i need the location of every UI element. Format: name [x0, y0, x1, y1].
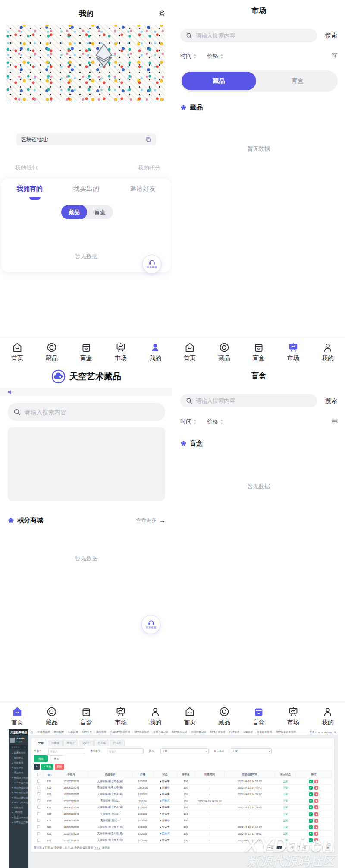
home-tab-icon[interactable]	[30, 731, 33, 734]
delete-button[interactable]	[314, 819, 318, 823]
admin-sidebar-item[interactable]: NFT盲盒订单管理	[9, 820, 28, 825]
row-checkbox[interactable]	[37, 786, 40, 789]
row-checkbox[interactable]	[37, 780, 40, 783]
nav-home[interactable]: 首页	[172, 702, 207, 730]
delete-button[interactable]	[314, 780, 318, 783]
admin-user-label[interactable]: Admin	[325, 731, 332, 734]
segment-collection[interactable]: 藏品	[182, 72, 256, 90]
hamburger-icon[interactable]: ≡	[318, 731, 320, 734]
nav-market[interactable]: 市场	[104, 702, 138, 730]
delete-button[interactable]	[314, 786, 318, 790]
admin-sidebar-item[interactable]: 藏品管理	[9, 770, 28, 776]
edit-button[interactable]	[309, 825, 313, 829]
select-all-checkbox[interactable]	[37, 773, 40, 776]
row-checkbox[interactable]	[37, 812, 40, 815]
per-page-select[interactable]: 10▾	[94, 846, 101, 850]
delete-button[interactable]	[314, 805, 318, 809]
admin-top-menu-item[interactable]: NFT作品管理	[132, 730, 149, 734]
row-checkbox[interactable]	[37, 799, 40, 802]
row-checkbox[interactable]	[37, 839, 40, 842]
refresh-button[interactable]: ↻	[34, 764, 40, 770]
customer-service-button[interactable]: 联系客服	[142, 255, 161, 274]
row-checkbox[interactable]	[37, 806, 40, 809]
batch-delete-button[interactable]: 删除	[55, 764, 64, 770]
delete-button[interactable]	[314, 799, 318, 803]
show-filter-select[interactable]: 上架▾	[231, 748, 272, 754]
admin-top-menu-item[interactable]: 行情管理	[227, 730, 239, 734]
copy-icon[interactable]	[145, 136, 151, 142]
row-checkbox[interactable]	[37, 792, 40, 795]
row-checkbox[interactable]	[37, 832, 40, 835]
close-icon[interactable]: ×	[321, 731, 323, 734]
status-filter-select[interactable]: 全部▾	[160, 748, 209, 754]
banner-placeholder[interactable]	[8, 427, 165, 501]
shelf-status-link[interactable]: 上架	[283, 819, 288, 822]
sort-price[interactable]: 价格	[207, 52, 223, 60]
nav-market[interactable]: 市场	[104, 338, 138, 366]
admin-status-tab[interactable]: 已完成	[94, 740, 109, 746]
admin-reset-button[interactable]: 重置	[50, 755, 63, 762]
shelf-status-link[interactable]: 上架	[283, 806, 288, 808]
nav-mine[interactable]: 我的	[310, 702, 345, 730]
row-checkbox[interactable]	[37, 819, 40, 822]
admin-status-tab[interactable]: 出售中	[63, 740, 78, 746]
edit-button[interactable]	[309, 819, 313, 823]
nav-blindbox[interactable]: 盲盒	[242, 702, 276, 730]
sort-time[interactable]: 时间	[180, 52, 197, 60]
admin-sidebar-item[interactable]: NFT订单管理	[9, 800, 28, 805]
edit-button[interactable]	[309, 805, 313, 809]
toggle-collection[interactable]: 藏品	[61, 205, 87, 219]
name-filter-input[interactable]	[107, 748, 144, 754]
search-button[interactable]: 搜索	[325, 397, 337, 405]
delete-button[interactable]	[314, 825, 318, 829]
edit-button[interactable]	[309, 812, 313, 816]
admin-sidebar-item[interactable]: NFT购买记录	[9, 790, 28, 795]
admin-sidebar-item[interactable]: 盲盒订单管理	[9, 815, 28, 821]
approve-button[interactable]: ✓ 审核	[41, 764, 53, 770]
admin-top-menu-item[interactable]: 作品转赠记录	[189, 730, 206, 734]
tab-owned[interactable]: 我拥有的	[1, 185, 58, 193]
shelf-status-link[interactable]: 上架	[283, 786, 288, 789]
nav-collection[interactable]: 藏品	[207, 702, 242, 730]
nav-mine[interactable]: 我的	[138, 702, 172, 730]
admin-top-menu-item[interactable]: 藏品管理	[94, 730, 106, 734]
shelf-status-link[interactable]: 上架	[283, 813, 288, 815]
nav-mine[interactable]: 我的	[310, 338, 345, 366]
delete-button[interactable]	[314, 792, 318, 796]
search-input[interactable]	[196, 398, 311, 404]
settings-gear-icon[interactable]	[158, 9, 166, 17]
sort-time[interactable]: 时间	[180, 418, 197, 426]
shelf-status-link[interactable]: 上架	[283, 799, 288, 802]
customer-service-button[interactable]: 联系客服	[141, 615, 160, 634]
nav-collection[interactable]: 藏品	[34, 702, 69, 730]
admin-sidebar-item[interactable]: 作品合成记录	[9, 786, 28, 791]
my-points-label[interactable]: 我的积分	[138, 164, 160, 172]
shelf-status-link[interactable]: 上架	[283, 826, 288, 828]
tab-invite[interactable]: 邀请好友	[115, 185, 171, 193]
admin-sidebar-item[interactable]: 行情管理	[9, 805, 28, 811]
sort-price[interactable]: 价格	[207, 418, 223, 426]
nav-market[interactable]: 市场	[276, 702, 310, 730]
nav-collection[interactable]: 藏品	[34, 338, 69, 366]
see-more-link[interactable]: 查看更多 →	[136, 517, 166, 524]
admin-top-menu-item[interactable]: 合成NFT作品管理	[108, 730, 130, 734]
admin-menu-search[interactable]: 搜索菜单	[10, 745, 27, 749]
shelf-status-link[interactable]: 上架	[283, 793, 288, 795]
admin-status-tab[interactable]: 全部	[35, 740, 47, 746]
gear-icon[interactable]	[333, 731, 336, 734]
row-checkbox[interactable]	[37, 825, 40, 828]
tab-sold[interactable]: 我卖出的	[58, 185, 114, 193]
blockchain-address-field[interactable]: 区块链地址:	[16, 133, 156, 145]
admin-sidebar-item[interactable]: 作品转赠记录	[9, 795, 28, 801]
nav-home[interactable]: 首页	[0, 338, 34, 366]
admin-sidebar-item[interactable]: NFT分类	[9, 766, 28, 771]
admin-top-menu-item[interactable]: 盲盒订单管理	[255, 730, 272, 734]
nav-blindbox[interactable]: 盲盒	[242, 338, 276, 366]
admin-status-tab[interactable]: 交易中	[79, 740, 94, 746]
nav-market[interactable]: 市场	[276, 338, 310, 366]
admin-top-menu-item[interactable]: NFT订单管理	[208, 730, 225, 734]
edit-button[interactable]	[309, 786, 313, 790]
list-view-icon[interactable]	[331, 417, 338, 426]
nav-blindbox[interactable]: 盲盒	[69, 702, 104, 730]
nav-mine[interactable]: 我的	[138, 338, 172, 366]
